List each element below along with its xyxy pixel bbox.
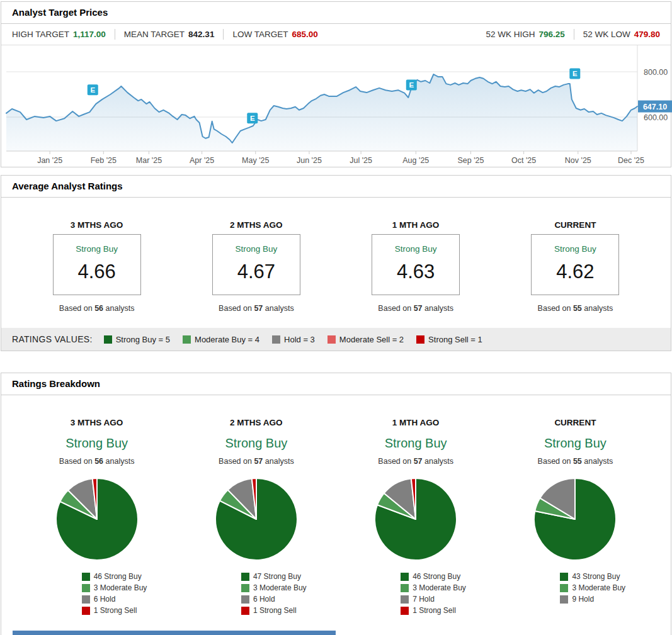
stat-52wk-high: 52 WK HIGH 796.25 [486, 30, 564, 39]
pie-legend-item: 3 Moderate Buy [560, 582, 625, 593]
price-area-fill [6, 74, 637, 151]
pie-legend-item: 3 Moderate Buy [401, 582, 466, 593]
strong-buy-swatch [104, 335, 112, 344]
rating-score: 4.66 [77, 261, 115, 283]
legend-swatch [560, 584, 568, 592]
rating-score: 4.67 [237, 261, 275, 283]
earnings-marker[interactable]: E [88, 84, 98, 95]
legend-text: 43 Strong Buy [572, 572, 620, 581]
legend-text: 3 Moderate Buy [413, 583, 466, 592]
svg-text:E: E [250, 115, 255, 122]
rating-score: 4.62 [556, 261, 594, 283]
legend-text: 47 Strong Buy [253, 572, 301, 581]
period-label: 2 MTHS AGO [176, 418, 336, 427]
moderate-sell-swatch [327, 335, 336, 344]
pie-legend-item: 47 Strong Buy [241, 571, 307, 582]
legend-item-moderate-sell: Moderate Sell = 2 [327, 335, 404, 344]
based-on-analysts: Based on 57 analysts [336, 304, 496, 328]
legend-swatch [560, 595, 568, 604]
based-on-analysts: Based on 56 analysts [17, 457, 176, 466]
stat-value: 685.00 [292, 30, 317, 39]
divider [574, 29, 574, 40]
rating-word: Strong Buy [176, 436, 336, 451]
period-label: 3 MTHS AGO [17, 418, 176, 427]
rating-word: Strong Buy [76, 244, 118, 254]
ratings-breakdown-2-mths-ago-svg [214, 476, 299, 562]
pie-legend-item: 9 Hold [560, 593, 625, 605]
legend-text: 1 Strong Sell [94, 606, 137, 615]
x-tick-label: Sep '25 [457, 156, 484, 165]
stat-52wk-low: 52 WK LOW 479.80 [583, 30, 660, 39]
legend-swatch [401, 607, 409, 615]
pie-legend: 46 Strong Buy 3 Moderate Buy 6 Hold 1 St… [82, 571, 147, 616]
x-tick-label: Dec '25 [618, 156, 644, 165]
legend-text: 7 Hold [413, 595, 435, 604]
y-axis-label: 600.00 [644, 113, 668, 122]
strong-sell-swatch [416, 335, 424, 344]
pie-legend: 43 Strong Buy 3 Moderate Buy 9 Hold [560, 571, 625, 605]
svg-text:E: E [572, 70, 578, 77]
analyst-target-prices-panel: Analyst Target Prices HIGH TARGET 1,117.… [1, 1, 671, 167]
ratings-values-label: RATINGS VALUES: [12, 334, 93, 344]
legend-swatch [241, 573, 249, 581]
rating-box: Strong Buy 4.62 [531, 234, 619, 295]
earnings-marker[interactable]: E [406, 79, 417, 90]
x-tick-label: Mar '25 [136, 156, 162, 165]
pie-legend-item: 43 Strong Buy [560, 571, 625, 582]
stat-label: HIGH TARGET [12, 30, 69, 39]
panel-title-average-ratings: Average Analyst Ratings [1, 176, 671, 198]
based-on-analysts: Based on 57 analysts [336, 457, 496, 466]
pie-legend-item: 1 Strong Sell [241, 605, 307, 616]
legend-text: 6 Hold [253, 595, 275, 604]
stat-label: LOW TARGET [232, 30, 288, 39]
ratings-breakdown-1-mth-ago-svg [373, 476, 458, 562]
x-tick-label: Aug '25 [402, 156, 429, 165]
avg-rating-col-current: CURRENT Strong Buy 4.62 Based on 55 anal… [496, 198, 655, 328]
period-label: 2 MTHS AGO [176, 220, 336, 230]
rating-word: Strong Buy [336, 436, 496, 451]
earnings-marker[interactable]: E [247, 113, 258, 123]
pie-legend-item: 3 Moderate Buy [241, 582, 307, 593]
target-price-chart[interactable]: Jan '25Feb '25Mar '25Apr '25May '25Jun '… [1, 45, 671, 167]
pie-legend-item: 46 Strong Buy [401, 571, 466, 582]
period-label: 1 MTH AGO [336, 418, 496, 427]
x-tick-label: Apr '25 [190, 156, 214, 165]
pie-legend-item: 1 Strong Sell [401, 605, 466, 616]
stat-value: 796.25 [538, 30, 564, 39]
rating-box: Strong Buy 4.67 [212, 234, 300, 295]
pie-legend-item: 7 Hold [401, 593, 466, 605]
ratings-values-legend-bar: RATINGS VALUES: Strong Buy = 5 Moderate … [1, 328, 671, 351]
legend-item-strong-sell: Strong Sell = 1 [416, 335, 482, 344]
earnings-marker[interactable]: E [569, 68, 580, 79]
rating-word: Strong Buy [17, 436, 176, 451]
legend-swatch [241, 584, 249, 592]
panel-title-target-prices: Analyst Target Prices [1, 2, 671, 24]
ratings-pie-chart[interactable] [214, 476, 299, 562]
legend-text: 9 Hold [572, 595, 594, 604]
based-on-analysts: Based on 55 analysts [496, 457, 655, 466]
pie-legend-item: 1 Strong Sell [82, 605, 147, 616]
ratings-pie-chart[interactable] [54, 476, 140, 562]
legend-text: 6 Hold [94, 595, 116, 604]
based-on-analysts: Based on 57 analysts [176, 457, 336, 466]
ratings-pie-chart[interactable] [532, 476, 618, 562]
stat-low-target: LOW TARGET 685.00 [232, 30, 317, 39]
period-label: CURRENT [496, 220, 655, 230]
legend-swatch [82, 584, 90, 592]
x-tick-label: Nov '25 [565, 156, 591, 165]
breakdown-col-2mths: 2 MTHS AGO Strong Buy Based on 57 analys… [176, 395, 336, 616]
legend-text: 3 Moderate Buy [253, 583, 307, 592]
legend-swatch [241, 607, 249, 615]
legend-text: 1 Strong Sell [413, 606, 456, 615]
legend-swatch [82, 595, 90, 604]
avg-rating-col-1mth: 1 MTH AGO Strong Buy 4.63 Based on 57 an… [336, 198, 496, 328]
pie-legend-item: 46 Strong Buy [82, 571, 147, 582]
legend-swatch [401, 584, 409, 592]
last-price-value: 647.10 [643, 103, 667, 111]
stat-label: 52 WK LOW [583, 30, 630, 39]
legend-item-moderate-buy: Moderate Buy = 4 [183, 335, 259, 344]
breakdown-columns: 3 MTHS AGO Strong Buy Based on 56 analys… [1, 395, 671, 616]
panel-title-ratings-breakdown: Ratings Breakdown [1, 373, 671, 395]
ratings-breakdown-3-mths-ago-svg [54, 476, 140, 562]
ratings-pie-chart[interactable] [373, 476, 458, 562]
